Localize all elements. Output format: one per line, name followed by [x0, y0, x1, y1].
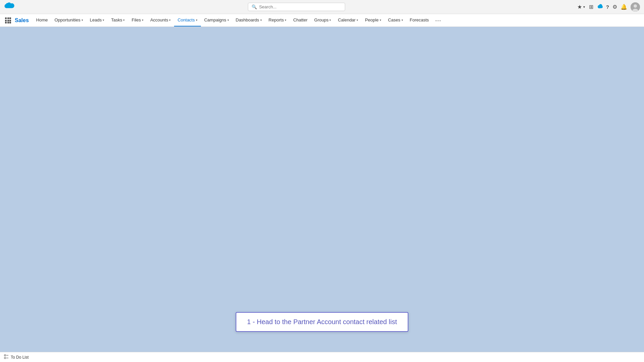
- svg-rect-3: [5, 17, 7, 19]
- nav-item-files[interactable]: Files ▾: [128, 14, 147, 26]
- avatar[interactable]: [631, 2, 640, 12]
- nav-bar: Sales Home Opportunities ▾ Leads ▾ Tasks…: [0, 14, 644, 27]
- nav-label-groups: Groups: [314, 17, 329, 22]
- svg-rect-12: [4, 355, 6, 356]
- nav-item-opportunities[interactable]: Opportunities ▾: [51, 14, 87, 26]
- nav-item-home[interactable]: Home: [33, 14, 51, 26]
- nav-item-groups[interactable]: Groups ▾: [311, 14, 335, 26]
- nav-label-calendar: Calendar: [338, 17, 356, 22]
- help-icon[interactable]: ?: [606, 4, 609, 10]
- nav-item-leads[interactable]: Leads ▾: [87, 14, 108, 26]
- nav-item-tasks[interactable]: Tasks ▾: [108, 14, 128, 26]
- chevron-down-icon: ▾: [227, 18, 229, 22]
- svg-rect-10: [7, 22, 9, 23]
- nav-item-campaigns[interactable]: Campaigns ▾: [201, 14, 232, 26]
- search-icon: 🔍: [252, 4, 257, 9]
- nav-label-cases: Cases: [388, 17, 400, 22]
- nav-label-reports: Reports: [269, 17, 284, 22]
- svg-rect-5: [9, 17, 11, 19]
- top-bar: 🔍 ★▼ ⊞ ? ⚙ 🔔: [0, 0, 644, 14]
- nav-item-calendar[interactable]: Calendar ▾: [334, 14, 362, 26]
- nav-label-accounts: Accounts: [150, 17, 168, 22]
- favorites-icon[interactable]: ★▼: [577, 4, 586, 10]
- nav-item-accounts[interactable]: Accounts ▾: [147, 14, 174, 26]
- nav-items: Home Opportunities ▾ Leads ▾ Tasks ▾ Fil…: [33, 14, 432, 26]
- svg-rect-8: [9, 20, 11, 21]
- chevron-down-icon: ▾: [169, 18, 171, 22]
- app-name: Sales: [15, 17, 29, 23]
- nav-label-campaigns: Campaigns: [204, 17, 226, 22]
- notifications-icon[interactable]: 🔔: [621, 4, 627, 10]
- search-container: 🔍: [19, 3, 575, 11]
- nav-label-chatter: Chatter: [293, 17, 308, 22]
- setup-icon[interactable]: ⚙: [612, 4, 617, 10]
- chevron-down-icon: ▾: [401, 18, 403, 22]
- chevron-down-icon: ▾: [285, 18, 286, 22]
- nav-item-dashboards[interactable]: Dashboards ▾: [232, 14, 265, 26]
- svg-rect-4: [7, 17, 9, 19]
- todo-icon: [4, 354, 9, 360]
- svg-rect-9: [5, 22, 7, 23]
- chevron-down-icon: ▾: [329, 18, 331, 22]
- app-launcher-button[interactable]: [3, 15, 13, 26]
- nav-item-forecasts[interactable]: Forecasts: [407, 14, 432, 26]
- chevron-down-icon: ▾: [82, 18, 83, 22]
- cloud-icon[interactable]: [597, 4, 603, 10]
- svg-rect-13: [4, 357, 6, 359]
- nav-label-home: Home: [36, 17, 48, 22]
- nav-label-opportunities: Opportunities: [55, 17, 80, 22]
- nav-item-cases[interactable]: Cases ▾: [385, 14, 407, 26]
- search-input[interactable]: [259, 4, 333, 9]
- instruction-box: 1 - Head to the Partner Account contact …: [236, 312, 409, 332]
- top-bar-actions: ★▼ ⊞ ? ⚙ 🔔: [577, 2, 640, 12]
- nav-item-people[interactable]: People ▾: [362, 14, 384, 26]
- svg-rect-7: [7, 20, 9, 21]
- chevron-down-icon: ▾: [357, 18, 358, 22]
- chevron-down-icon: ▾: [142, 18, 144, 22]
- instruction-text: 1 - Head to the Partner Account contact …: [247, 318, 397, 325]
- chevron-down-icon: ▾: [260, 18, 262, 22]
- app-launcher-icon[interactable]: ⊞: [589, 4, 593, 10]
- chevron-down-icon: ▾: [103, 18, 104, 22]
- nav-label-forecasts: Forecasts: [410, 17, 429, 22]
- nav-label-files: Files: [131, 17, 141, 22]
- chevron-down-icon: ▾: [123, 18, 125, 22]
- todo-label[interactable]: To Do List: [11, 355, 29, 360]
- nav-label-tasks: Tasks: [111, 17, 122, 22]
- svg-point-1: [634, 4, 637, 8]
- nav-label-dashboards: Dashboards: [236, 17, 259, 22]
- nav-item-chatter[interactable]: Chatter: [290, 14, 311, 26]
- nav-item-contacts[interactable]: Contacts ▾: [174, 14, 201, 26]
- nav-label-leads: Leads: [90, 17, 102, 22]
- nav-label-contacts: Contacts: [177, 17, 195, 22]
- nav-more-button[interactable]: ⋯: [432, 14, 444, 26]
- svg-rect-6: [5, 20, 7, 21]
- chevron-down-icon: ▾: [380, 18, 381, 22]
- main-content: 1 - Head to the Partner Account contact …: [0, 27, 644, 352]
- bottom-bar: To Do List: [0, 352, 644, 362]
- chevron-down-icon: ▾: [196, 18, 198, 22]
- svg-rect-11: [9, 22, 11, 23]
- nav-item-reports[interactable]: Reports ▾: [265, 14, 290, 26]
- search-box[interactable]: 🔍: [248, 3, 345, 11]
- nav-label-people: People: [365, 17, 378, 22]
- salesforce-logo[interactable]: [4, 1, 16, 13]
